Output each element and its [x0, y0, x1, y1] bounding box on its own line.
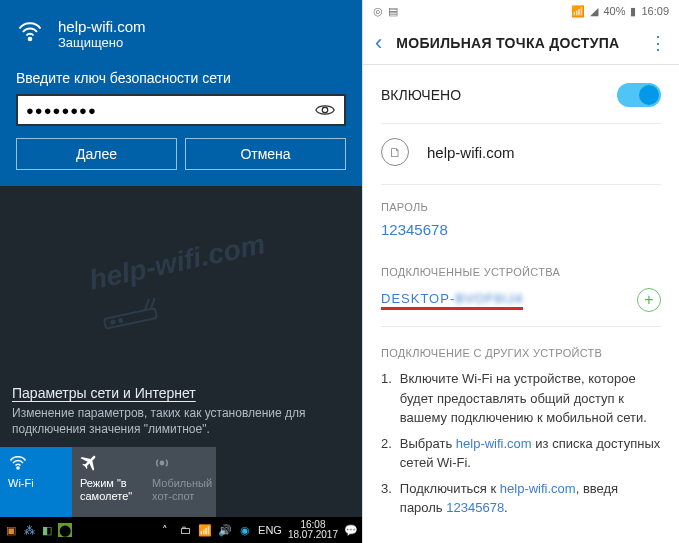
network-icon[interactable]: 📶 [198, 523, 212, 537]
nvidia-icon[interactable]: ⬤ [58, 523, 72, 537]
tile-airplane[interactable]: Режим "в самолете" [72, 447, 144, 517]
taskbar-app-icon[interactable]: ▣ [4, 523, 18, 537]
svg-point-5 [17, 467, 19, 469]
signal-icon: ◢ [590, 5, 598, 18]
svg-point-1 [322, 107, 328, 113]
android-hotspot-screen: ◎ ▤ 📶 ◢ 40% ▮ 16:09 ‹ МОБИЛЬНАЯ ТОЧКА ДО… [362, 0, 679, 543]
notification-icon: ▤ [388, 5, 398, 18]
add-device-button[interactable]: + [637, 288, 661, 312]
document-icon: 🗋 [381, 138, 409, 166]
back-button[interactable]: ‹ [375, 30, 382, 56]
airplane-icon [80, 453, 100, 473]
wifi-password-value: ●●●●●●●● [26, 103, 314, 118]
tile-wifi[interactable]: Wi-Fi [0, 447, 72, 517]
sync-icon[interactable]: ◉ [238, 523, 252, 537]
instruction-item: 3. Подключиться к help-wifi.com, введя п… [381, 479, 661, 518]
devices-section-label: ПОДКЛЮЧЕННЫЕ УСТРОЙСТВА [381, 266, 661, 278]
battery-icon[interactable]: 🗀 [178, 523, 192, 537]
bluetooth-icon[interactable]: ⁂ [22, 523, 36, 537]
taskbar-app-icon[interactable]: ◧ [40, 523, 54, 537]
tile-hotspot[interactable]: Мобильный хот-спот [144, 447, 216, 517]
overflow-menu-button[interactable]: ⋮ [649, 32, 667, 54]
password-section-label: ПАРОЛЬ [381, 201, 661, 213]
hotspot-icon [152, 453, 172, 473]
other-devices-label: ПОДКЛЮЧЕНИЕ С ДРУГИХ УСТРОЙСТВ [381, 347, 661, 359]
password-value[interactable]: 12345678 [381, 221, 661, 238]
network-settings-link[interactable]: Параметры сети и Интернет [12, 385, 196, 401]
enabled-label: ВКЛЮЧЕНО [381, 87, 461, 103]
network-settings-block: Параметры сети и Интернет Изменение пара… [0, 378, 362, 447]
appbar: ‹ МОБИЛЬНАЯ ТОЧКА ДОСТУПА ⋮ [363, 22, 679, 65]
wifi-status: Защищено [58, 35, 146, 50]
wifi-ssid: help-wifi.com [58, 18, 146, 35]
battery-icon: ▮ [630, 5, 636, 18]
instruction-item: 1. Включите Wi-Fi на устройстве, которое… [381, 369, 661, 428]
hotspot-toggle-row: ВКЛЮЧЕНО [381, 65, 661, 124]
network-name: help-wifi.com [427, 144, 515, 161]
reveal-password-icon[interactable] [314, 101, 336, 119]
android-statusbar: ◎ ▤ 📶 ◢ 40% ▮ 16:09 [363, 0, 679, 22]
taskbar-clock[interactable]: 16:08 18.07.2017 [288, 520, 338, 541]
wifi-password-prompt: Введите ключ безопасности сети [16, 70, 346, 86]
windows-wifi-panel: help-wifi.com Защищено Введите ключ безо… [0, 0, 362, 543]
network-settings-desc: Изменение параметров, таких как установл… [12, 405, 350, 437]
instagram-icon: ◎ [373, 5, 383, 18]
language-indicator[interactable]: ENG [258, 524, 282, 536]
quick-action-tiles: Wi-Fi Режим "в самолете" Мобильный хот-с… [0, 447, 362, 517]
battery-percentage: 40% [603, 5, 625, 17]
connected-device-row[interactable]: DESKTOP-BVOF8IJ4 + [381, 288, 661, 312]
next-button[interactable]: Далее [16, 138, 177, 170]
svg-point-6 [160, 461, 163, 464]
connected-device-name: DESKTOP-BVOF8IJ4 [381, 291, 523, 310]
instruction-item: 2. Выбрать help-wifi.com из списка досту… [381, 434, 661, 473]
tray-chevron-icon[interactable]: ˄ [158, 523, 172, 537]
svg-point-4 [118, 319, 122, 323]
watermark-text: help-wifi.com [86, 228, 276, 336]
flyout-background: help-wifi.com [0, 186, 362, 378]
action-center-icon[interactable]: 💬 [344, 523, 358, 537]
hotspot-toggle[interactable] [617, 83, 661, 107]
instructions-block: ПОДКЛЮЧЕНИЕ С ДРУГИХ УСТРОЙСТВ 1. Включи… [381, 327, 661, 538]
network-name-row[interactable]: 🗋 help-wifi.com [381, 124, 661, 185]
wifi-password-input[interactable]: ●●●●●●●● [16, 94, 346, 126]
svg-point-0 [29, 38, 32, 41]
hotspot-status-icon: 📶 [571, 5, 585, 18]
wifi-signal-icon [16, 18, 44, 46]
wifi-connect-card: help-wifi.com Защищено Введите ключ безо… [0, 0, 362, 186]
svg-rect-2 [104, 308, 157, 329]
svg-point-3 [111, 320, 115, 324]
taskbar: ▣ ⁂ ◧ ⬤ ˄ 🗀 📶 🔊 ◉ ENG 16:08 18.07.2017 💬 [0, 517, 362, 543]
wifi-icon [8, 453, 28, 473]
status-time: 16:09 [641, 5, 669, 17]
appbar-title: МОБИЛЬНАЯ ТОЧКА ДОСТУПА [396, 35, 619, 51]
volume-icon[interactable]: 🔊 [218, 523, 232, 537]
cancel-button[interactable]: Отмена [185, 138, 346, 170]
